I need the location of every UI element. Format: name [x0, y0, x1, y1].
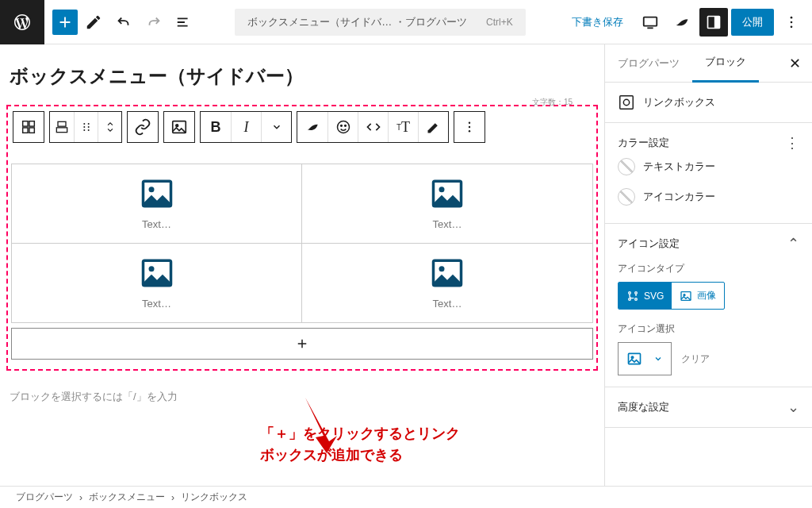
svg-point-13 — [83, 126, 85, 128]
svg-point-5 — [791, 25, 793, 28]
publish-button[interactable]: 公開 — [731, 9, 774, 36]
icon-type-svg[interactable]: SVG — [619, 283, 672, 309]
svg-point-29 — [439, 187, 445, 192]
svg-point-23 — [469, 122, 470, 124]
crumb-item[interactable]: リンクボックス — [181, 491, 247, 504]
edit-mode-icon[interactable] — [79, 8, 108, 37]
add-block-button[interactable] — [52, 10, 78, 35]
cell-text: Text… — [142, 218, 171, 230]
editor-canvas: ボックスメニュー（サイドバー） 文字数：15 B I — [0, 44, 604, 486]
svg-rect-8 — [23, 128, 28, 133]
icon-settings-panel: アイコン設定 ⌃ アイコンタイプ SVG 画像 アイコン選択 — [605, 224, 812, 387]
icon-picker-button[interactable] — [618, 342, 672, 375]
color-none-icon — [618, 188, 635, 206]
page-title[interactable]: ボックスメニュー（サイドバー） — [6, 64, 598, 89]
drag-handle-icon[interactable] — [74, 112, 98, 142]
image-insert-icon[interactable] — [164, 112, 194, 142]
add-link-box-button[interactable] — [11, 328, 593, 360]
settings-panel-toggle[interactable] — [699, 8, 728, 37]
advanced-settings-panel[interactable]: 高度な設定 ⌄ — [605, 387, 812, 428]
link-icon[interactable] — [128, 112, 158, 142]
image-placeholder-icon — [140, 177, 174, 210]
svg-icon — [626, 290, 639, 302]
bold-icon[interactable]: B — [201, 112, 231, 142]
link-box-cell[interactable]: Text… — [302, 244, 592, 322]
annotation-arrow-icon — [301, 398, 341, 453]
chevron-down-icon — [653, 354, 663, 364]
save-draft-link[interactable]: 下書き保存 — [562, 15, 633, 29]
svg-point-15 — [87, 123, 89, 125]
swell-format-icon[interactable] — [297, 112, 327, 142]
svg-point-38 — [629, 298, 631, 300]
svg-point-17 — [87, 129, 89, 131]
main-layout: ボックスメニュー（サイドバー） 文字数：15 B I — [0, 44, 812, 486]
cell-text: Text… — [433, 218, 462, 230]
close-sidebar-icon[interactable]: ✕ — [778, 55, 812, 72]
svg-point-35 — [623, 99, 629, 105]
svg-point-43 — [631, 356, 634, 359]
outline-icon[interactable] — [170, 8, 198, 37]
color-panel-title: カラー設定 — [618, 136, 669, 150]
move-arrows-icon[interactable] — [98, 112, 121, 142]
undo-icon[interactable] — [109, 8, 138, 37]
svg-rect-6 — [23, 121, 28, 126]
color-none-icon — [618, 158, 635, 175]
svg-rect-0 — [644, 17, 657, 25]
plus-icon — [295, 337, 309, 351]
crumb-item[interactable]: ボックスメニュー — [89, 491, 165, 504]
svg-point-41 — [684, 294, 685, 295]
link-box-cell[interactable]: Text… — [302, 164, 592, 244]
box-menu-grid: Text… Text… Text… Text… — [11, 164, 593, 323]
align-icon[interactable] — [50, 112, 74, 142]
block-name-label: リンクボックス — [643, 95, 715, 110]
icon-panel-title: アイコン設定 — [618, 237, 680, 251]
swell-icon[interactable] — [668, 8, 696, 37]
crumb-item[interactable]: ブログパーツ — [16, 491, 73, 504]
block-identity: リンクボックス — [605, 83, 812, 123]
emoji-icon[interactable] — [327, 112, 358, 142]
svg-point-22 — [344, 125, 346, 127]
svg-rect-2 — [714, 16, 720, 28]
svg-point-4 — [791, 21, 793, 23]
doc-shortcut: Ctrl+K — [486, 17, 513, 28]
icon-color-picker[interactable]: アイコンカラー — [618, 182, 799, 212]
block-icon — [618, 94, 635, 111]
fontsize-icon[interactable]: TT — [388, 112, 418, 142]
breadcrumb: ブログパーツ › ボックスメニュー › リンクボックス — [0, 486, 812, 508]
highlight-icon[interactable] — [418, 112, 448, 142]
svg-point-36 — [629, 291, 631, 294]
svg-point-20 — [337, 121, 349, 133]
svg-point-24 — [469, 126, 470, 128]
sidebar-tabs: ブログパーツ ブロック ✕ — [605, 44, 812, 83]
doc-title-text: ボックスメニュー（サイドバ… ・ブログパーツ — [247, 15, 467, 29]
preview-icon[interactable] — [636, 8, 665, 37]
tab-blog-parts[interactable]: ブログパーツ — [605, 44, 692, 83]
tab-block[interactable]: ブロック — [692, 44, 759, 83]
icon-type-toggle: SVG 画像 — [618, 282, 725, 310]
svg-point-3 — [791, 16, 793, 18]
format-more-icon[interactable] — [261, 112, 291, 142]
image-icon — [680, 290, 692, 302]
link-box-cell[interactable]: Text… — [12, 164, 302, 244]
text-color-picker[interactable]: テキストカラー — [618, 152, 799, 182]
code-icon[interactable] — [358, 112, 388, 142]
wp-logo[interactable] — [0, 0, 44, 44]
svg-point-16 — [87, 126, 89, 128]
italic-icon[interactable]: I — [231, 112, 261, 142]
svg-rect-11 — [56, 128, 67, 133]
chevron-up-icon[interactable]: ⌃ — [787, 235, 799, 252]
settings-sidebar: ブログパーツ ブロック ✕ リンクボックス カラー設定 ⋮ テキストカラー アイ… — [604, 44, 812, 486]
block-more-icon[interactable] — [454, 112, 485, 142]
svg-rect-10 — [58, 121, 66, 126]
icon-type-image[interactable]: 画像 — [672, 283, 724, 309]
advanced-panel-title: 高度な設定 — [618, 400, 669, 414]
svg-point-14 — [83, 129, 85, 131]
svg-rect-34 — [620, 96, 634, 110]
icon-clear-link[interactable]: クリア — [681, 352, 710, 366]
document-title[interactable]: ボックスメニュー（サイドバ… ・ブログパーツ Ctrl+K — [200, 9, 561, 36]
panel-menu-icon[interactable]: ⋮ — [785, 134, 799, 152]
more-menu-icon[interactable] — [777, 8, 806, 37]
block-type-icon[interactable] — [13, 112, 44, 142]
redo-icon[interactable] — [140, 8, 168, 37]
link-box-cell[interactable]: Text… — [12, 244, 302, 322]
